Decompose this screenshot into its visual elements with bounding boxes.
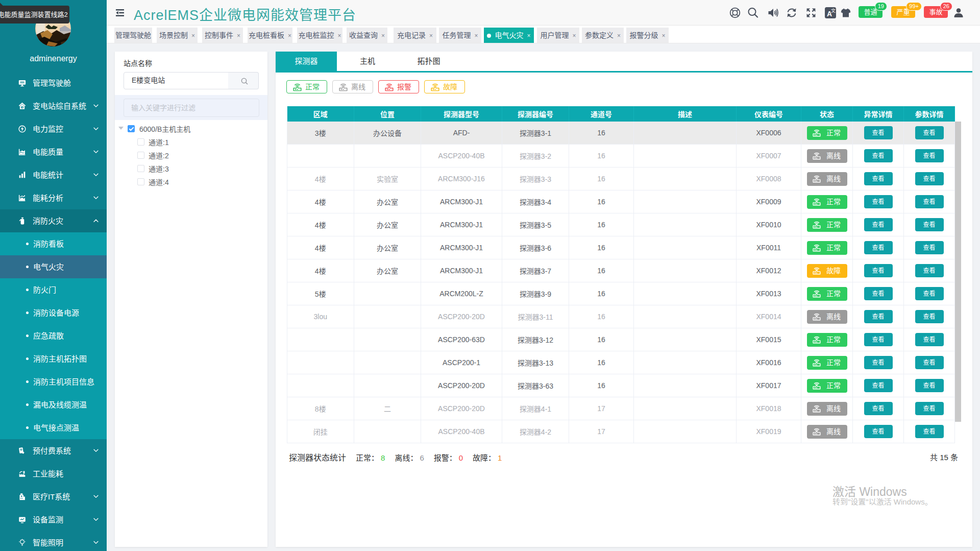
- svg-text:文: 文: [831, 8, 836, 13]
